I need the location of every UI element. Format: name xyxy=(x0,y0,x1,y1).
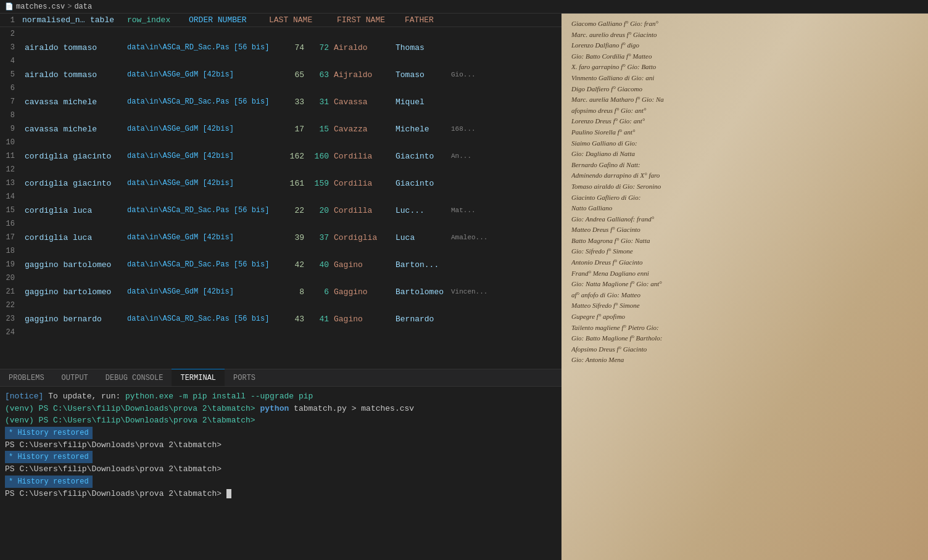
col-last-name-header: LAST NAME xyxy=(267,15,334,25)
manuscript-line: Siaimo Galliano di Gio: xyxy=(571,138,918,149)
cell-extra: 168... xyxy=(449,125,478,133)
terminal-line: [notice] To update, run: python.exe -m p… xyxy=(5,390,557,403)
manuscript-line: Lorenzo Dalfiano f° digo xyxy=(571,40,918,51)
venv-prefix: (venv) PS C:\Users\filip\Downloads\prova… xyxy=(5,404,260,413)
cell-path: data\in\ASGe_GdM [42bis] xyxy=(125,152,279,160)
table-header: 1 normalised_name table row_index ORDER … xyxy=(0,14,561,27)
cell-normalised: airaldo tommaso xyxy=(20,43,125,52)
table-row-empty: 12 xyxy=(0,163,561,176)
manuscript-line: Gio: Batto Maglione f° Bartholo: xyxy=(571,333,918,344)
table-row[interactable]: 11 cordiglia giacinto data\in\ASGe_GdM [… xyxy=(0,149,561,163)
line-number: 7 xyxy=(0,97,20,106)
breadcrumb-folder[interactable]: data xyxy=(74,2,92,11)
cell-order-num: 22 xyxy=(279,206,307,215)
tab-terminal[interactable]: TERMINAL xyxy=(172,369,225,386)
history-badge: * History restored xyxy=(5,427,93,439)
history-text: History restored xyxy=(17,429,88,437)
venv-plain: (venv) PS C:\Users\filip\Downloads\prova… xyxy=(5,416,255,425)
star-icon: * xyxy=(9,453,17,461)
cell-lastname: Gagino xyxy=(331,260,393,270)
cmd-rest: tabmatch.py > matches.csv xyxy=(289,404,414,413)
ps-prompt-cursor: PS C:\Users\filip\Downloads\prova 2\tabm… xyxy=(5,489,231,498)
line-number: 13 xyxy=(0,179,20,187)
tab-debug-console[interactable]: DEBUG CONSOLE xyxy=(97,369,172,386)
cell-order-num: 17 xyxy=(279,125,307,134)
manuscript-line: Natto Galliano xyxy=(571,203,918,214)
terminal-line: PS C:\Users\filip\Downloads\prova 2\tabm… xyxy=(5,439,557,451)
cell-normalised: gaggino bartolomeo xyxy=(20,287,125,297)
cell-lastname: Cordilla xyxy=(331,206,393,215)
cell-normalised: cordiglia luca xyxy=(20,206,125,215)
cell-normalised: gaggino bernardo xyxy=(20,315,125,324)
cell-firstname: Michele xyxy=(393,125,449,134)
cell-path: data\in\ASGe_GdM [42bis] xyxy=(125,287,279,296)
table-row[interactable]: 5 airaldo tommaso data\in\ASGe_GdM [42bi… xyxy=(0,68,561,81)
cell-path: data\in\ASCa_RD_Sac.Pas [56 bis] xyxy=(125,260,279,269)
cell-row-index: 31 xyxy=(307,97,331,107)
cell-normalised: cavassa michele xyxy=(20,125,125,134)
manuscript-line: Marc. aurelia Matharo f° Gio: Na xyxy=(571,94,918,105)
breadcrumb: 📄 matches.csv > data xyxy=(0,0,928,14)
line-number: 9 xyxy=(0,125,20,133)
table-row[interactable]: 9 cavassa michele data\in\ASGe_GdM [42bi… xyxy=(0,122,561,136)
terminal-line: * History restored xyxy=(5,476,557,488)
table-row[interactable]: 23 gaggino bernardo data\in\ASCa_RD_Sac.… xyxy=(0,312,561,326)
terminal-content[interactable]: [notice] To update, run: python.exe -m p… xyxy=(0,387,561,560)
breadcrumb-file[interactable]: matches.csv xyxy=(16,2,65,11)
table-row-empty: 6 xyxy=(0,81,561,95)
cell-lastname: Gaggino xyxy=(331,287,393,297)
table-row[interactable]: 21 gaggino bartolomeo data\in\ASGe_GdM [… xyxy=(0,285,561,299)
table-row-empty: 20 xyxy=(0,271,561,285)
cell-firstname: Bartolomeo xyxy=(393,287,449,297)
line-number: 5 xyxy=(0,70,20,79)
table-row[interactable]: 7 cavassa michele data\in\ASCa_RD_Sac.Pa… xyxy=(0,95,561,109)
tab-problems[interactable]: PROBLEMS xyxy=(0,369,53,386)
cell-firstname: Bernardo xyxy=(393,315,449,324)
cell-firstname: Luc... xyxy=(393,206,449,215)
table-row[interactable]: 13 cordiglia giacinto data\in\ASGe_GdM [… xyxy=(0,176,561,190)
cell-firstname: Luca xyxy=(393,233,449,242)
history-badge: * History restored xyxy=(5,476,93,488)
line-number: 15 xyxy=(0,206,20,215)
table-row[interactable]: 3 airaldo tommaso data\in\ASCa_RD_Sac.Pa… xyxy=(0,41,561,54)
manuscript-text: Giacomo Galliano f° Gio: fran°Marc. aure… xyxy=(561,14,928,560)
manuscript-line: Marc. aurelio dreus f° Giacinto xyxy=(571,30,918,41)
table-row[interactable]: 17 cordiglia luca data\in\ASGe_GdM [42bi… xyxy=(0,231,561,244)
cell-row-index: 37 xyxy=(307,233,331,242)
cell-order-num: 33 xyxy=(279,97,307,107)
cell-firstname: Giacinto xyxy=(393,179,449,188)
notice-cmd: python.exe -m pip install --upgrade pip xyxy=(125,392,313,401)
terminal-line: * History restored xyxy=(5,427,557,439)
cell-normalised: gaggino bartolomeo xyxy=(20,260,125,270)
table-row-empty: 14 xyxy=(0,190,561,204)
cell-lastname: Gagino xyxy=(331,315,393,324)
tab-ports[interactable]: PORTS xyxy=(225,369,264,386)
tab-output[interactable]: OUTPUT xyxy=(53,369,97,386)
col-order-num-header: ORDER NUMBER xyxy=(186,15,267,25)
manuscript-line: Giacomo Galliano f° Gio: fran° xyxy=(571,19,918,30)
line-number: 19 xyxy=(0,260,20,269)
table-row[interactable]: 15 cordiglia luca data\in\ASCa_RD_Sac.Pa… xyxy=(0,204,561,217)
manuscript-line: Frand° Mena Dagliano enni xyxy=(571,268,918,279)
manuscript-line: Adminendo darrapino di X° faro xyxy=(571,170,918,181)
table-area[interactable]: 1 normalised_name table row_index ORDER … xyxy=(0,14,561,369)
history-text: History restored xyxy=(17,477,88,486)
table-row-empty: 18 xyxy=(0,244,561,258)
cell-row-index: 20 xyxy=(307,206,331,215)
cell-extra: An... xyxy=(449,152,474,160)
cell-path: data\in\ASGe_GdM [42bis] xyxy=(125,233,279,242)
line-number: 21 xyxy=(0,287,20,296)
right-panel: Giacomo Galliano f° Gio: fran°Marc. aure… xyxy=(561,14,928,560)
col-father-header: FATHER xyxy=(402,15,464,25)
cell-normalised: cordiglia giacinto xyxy=(20,179,125,188)
cell-lastname: Cordiglia xyxy=(331,233,393,242)
table-row-empty: 2 xyxy=(0,27,561,41)
cell-row-index: 40 xyxy=(307,260,331,270)
manuscript-line: Gio: Sifredo f° Simone xyxy=(571,246,918,257)
table-row-empty: 24 xyxy=(0,326,561,339)
cell-row-index: 6 xyxy=(307,287,331,297)
table-row[interactable]: 19 gaggino bartolomeo data\in\ASCa_RD_Sa… xyxy=(0,258,561,271)
manuscript-line: Gio: Dagliano di Natta xyxy=(571,149,918,160)
cell-order-num: 8 xyxy=(279,287,307,297)
manuscript-line: Gio: Batto Cordilia f° Matteo xyxy=(571,51,918,62)
